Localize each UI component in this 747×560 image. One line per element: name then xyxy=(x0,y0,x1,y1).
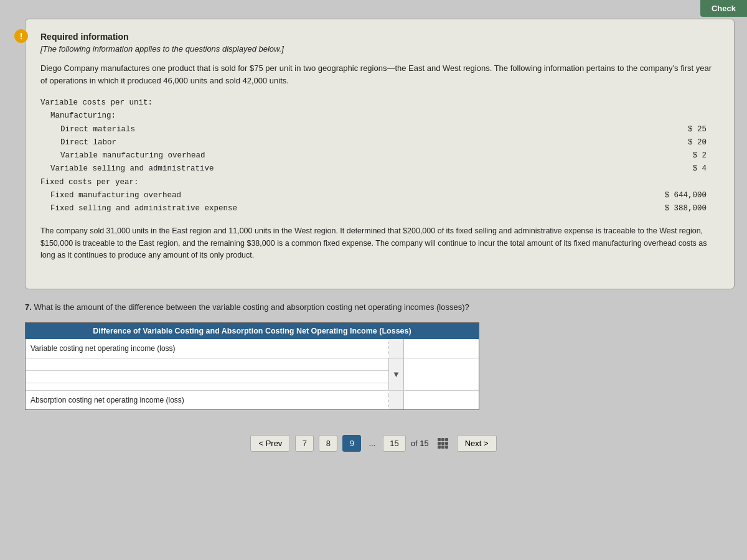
fixed-mfg-value: $ 644,000 xyxy=(664,189,719,202)
variable-selling-value: $ 4 xyxy=(669,162,719,175)
page-9[interactable]: 9 xyxy=(342,435,361,452)
variable-selling-label: Variable selling and administrative xyxy=(50,162,669,175)
page-7[interactable]: 7 xyxy=(295,435,314,452)
next-button[interactable]: Next > xyxy=(457,435,497,452)
absorption-costing-input[interactable] xyxy=(404,391,479,409)
required-info-title: Required information xyxy=(40,32,719,42)
minus-sign: ▼ xyxy=(389,358,404,390)
page-dots: ... xyxy=(366,439,378,448)
fixed-costs-label: Fixed costs per year: xyxy=(40,176,719,189)
variable-costs-label: Variable costs per unit: xyxy=(40,96,719,110)
page-8[interactable]: 8 xyxy=(319,435,337,452)
manufacturing-label: Manufacturing: xyxy=(50,110,719,123)
question-number: 7. xyxy=(25,302,32,312)
grid-icon[interactable] xyxy=(438,438,448,449)
variable-mfg-value: $ 2 xyxy=(669,149,719,162)
alert-icon: ! xyxy=(14,29,28,43)
direct-labor-value: $ 20 xyxy=(669,136,719,149)
variable-sign-col xyxy=(389,339,404,358)
page-15[interactable]: 15 xyxy=(383,435,405,452)
required-info-subtitle: [The following information applies to th… xyxy=(40,44,719,54)
intro-text: Diego Company manufactures one product t… xyxy=(40,62,719,86)
pagination-bar: < Prev 7 8 9 ... 15 of 15 Next > xyxy=(0,429,747,458)
absorption-costing-row: Absorption costing net operating income … xyxy=(26,391,479,409)
absorption-costing-label: Absorption costing net operating income … xyxy=(26,393,389,407)
variable-mfg-label: Variable manufacturing overhead xyxy=(60,149,669,162)
cost-table: Variable costs per unit: Manufacturing: … xyxy=(40,96,719,215)
fixed-selling-label: Fixed selling and administrative expense xyxy=(50,202,664,215)
direct-labor-label: Direct labor xyxy=(60,136,669,149)
direct-materials-label: Direct materials xyxy=(60,123,669,136)
prev-button[interactable]: < Prev xyxy=(250,435,290,452)
variable-costing-input[interactable] xyxy=(404,340,479,357)
diff-table-header: Difference of Variable Costing and Absor… xyxy=(26,323,479,339)
check-button[interactable]: Check xyxy=(700,0,747,17)
variable-costing-label: Variable costing net operating income (l… xyxy=(26,342,389,355)
diff-table-body: Variable costing net operating income (l… xyxy=(26,339,479,409)
fixed-selling-value: $ 388,000 xyxy=(664,202,719,215)
of-total: of 15 xyxy=(411,439,429,448)
middle-input[interactable] xyxy=(404,358,479,390)
absorption-sign-col xyxy=(389,391,404,409)
dotted-area xyxy=(26,358,389,390)
middle-dotted-row: ▼ xyxy=(26,358,479,391)
fixed-mfg-label: Fixed manufacturing overhead xyxy=(50,189,664,202)
direct-materials-value: $ 25 xyxy=(669,123,719,136)
diff-table: Difference of Variable Costing and Absor… xyxy=(25,322,479,410)
variable-costing-row: Variable costing net operating income (l… xyxy=(26,339,479,358)
detail-text: The company sold 31,000 units in the Eas… xyxy=(40,225,719,261)
question-text: 7. What is the amount of the difference … xyxy=(25,302,735,313)
